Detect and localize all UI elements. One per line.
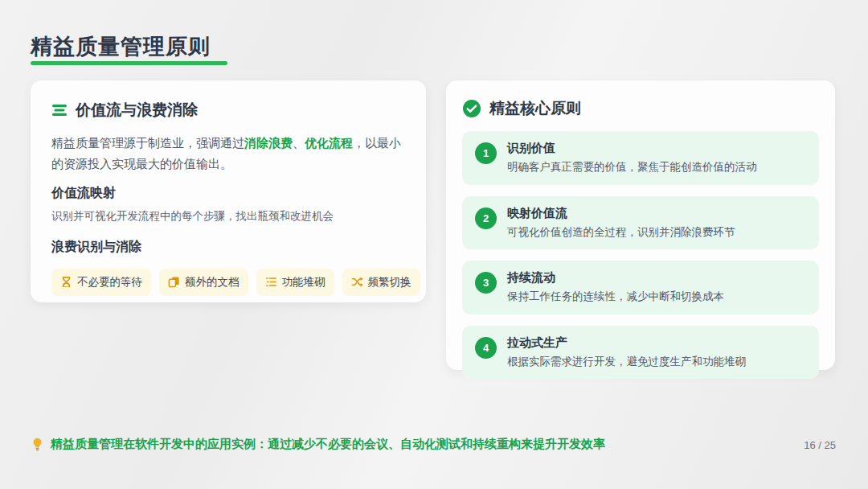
principle-title: 拉动式生产	[507, 335, 746, 351]
documents-icon	[168, 276, 180, 288]
principle-description: 根据实际需求进行开发，避免过度生产和功能堆砌	[507, 354, 746, 370]
principle-number-badge: 4	[475, 337, 497, 359]
principle-number-badge: 1	[475, 142, 497, 164]
intro-highlight-1: 消除浪费	[244, 136, 293, 150]
intro-highlight-2: 优化流程	[305, 136, 353, 150]
value-stream-card: 价值流与浪费消除 精益质量管理源于制造业，强调通过消除浪费、优化流程，以最小的资…	[31, 80, 426, 302]
principle-description: 明确客户真正需要的价值，聚焦于能创造价值的活动	[507, 159, 757, 175]
tag-label: 额外的文档	[185, 275, 240, 290]
principle-title: 识别价值	[507, 141, 757, 156]
principle-item-2: 2 映射价值流 可视化价值创造的全过程，识别并消除浪费环节	[462, 196, 819, 250]
principle-description: 保持工作任务的连续性，减少中断和切换成本	[507, 289, 724, 305]
principles-list: 1 识别价值 明确客户真正需要的价值，聚焦于能创造价值的活动 2 映射价值流 可…	[462, 131, 819, 379]
principle-item-3: 3 持续流动 保持工作任务的连续性，减少中断和切换成本	[462, 261, 819, 314]
right-card-header: 精益核心原则	[462, 98, 819, 119]
waste-heading: 浪费识别与消除	[51, 239, 405, 256]
value-stream-mapping-heading: 价值流映射	[51, 185, 405, 202]
tag-unnecessary-waiting: 不必要的等待	[51, 269, 151, 296]
value-stream-mapping-text: 识别并可视化开发流程中的每个步骤，找出瓶颈和改进机会	[51, 208, 405, 224]
stream-lines-icon	[51, 102, 68, 118]
tag-extra-documents: 额外的文档	[159, 269, 248, 296]
list-icon	[265, 276, 277, 288]
principle-number-badge: 2	[475, 208, 497, 229]
principle-title: 映射价值流	[507, 206, 735, 221]
tag-feature-creep: 功能堆砌	[256, 269, 334, 296]
core-principles-card: 精益核心原则 1 识别价值 明确客户真正需要的价值，聚焦于能创造价值的活动 2 …	[446, 80, 835, 370]
title-underline	[31, 61, 227, 65]
tag-label: 频繁切换	[368, 275, 411, 290]
intro-pre: 精益质量管理源于制造业，强调通过	[51, 136, 244, 150]
tag-frequent-switching: 频繁切换	[342, 269, 420, 296]
left-card-title: 价值流与浪费消除	[76, 100, 198, 121]
page-number: 16 / 25	[804, 439, 836, 451]
lightbulb-icon	[31, 438, 44, 451]
principle-number-badge: 3	[475, 272, 497, 294]
check-circle-icon	[462, 99, 481, 118]
slide: 精益质量管理原则 价值流与浪费消除 精益质量管理源于制造业，强调通过消除浪费、优…	[0, 0, 868, 489]
waste-tags: 不必要的等待 额外的文档 功能堆砌	[51, 269, 405, 296]
left-card-header: 价值流与浪费消除	[51, 100, 405, 121]
footer-note-text: 精益质量管理在软件开发中的应用实例：通过减少不必要的会议、自动化测试和持续重构来…	[51, 437, 605, 452]
intro-separator: 、	[293, 136, 305, 150]
intro-paragraph: 精益质量管理源于制造业，强调通过消除浪费、优化流程，以最小的资源投入实现最大的价…	[51, 133, 405, 175]
tag-label: 功能堆砌	[282, 275, 326, 290]
footer-note: 精益质量管理在软件开发中的应用实例：通过减少不必要的会议、自动化测试和持续重构来…	[31, 437, 605, 452]
shuffle-icon	[351, 276, 363, 288]
right-card-title: 精益核心原则	[489, 98, 581, 119]
principle-item-1: 1 识别价值 明确客户真正需要的价值，聚焦于能创造价值的活动	[462, 131, 819, 185]
tag-label: 不必要的等待	[77, 275, 142, 290]
page-title: 精益质量管理原则	[31, 32, 211, 61]
principle-title: 持续流动	[507, 270, 724, 286]
hourglass-icon	[60, 276, 72, 288]
principle-item-4: 4 拉动式生产 根据实际需求进行开发，避免过度生产和功能堆砌	[462, 326, 819, 380]
principle-description: 可视化价值创造的全过程，识别并消除浪费环节	[507, 224, 735, 240]
